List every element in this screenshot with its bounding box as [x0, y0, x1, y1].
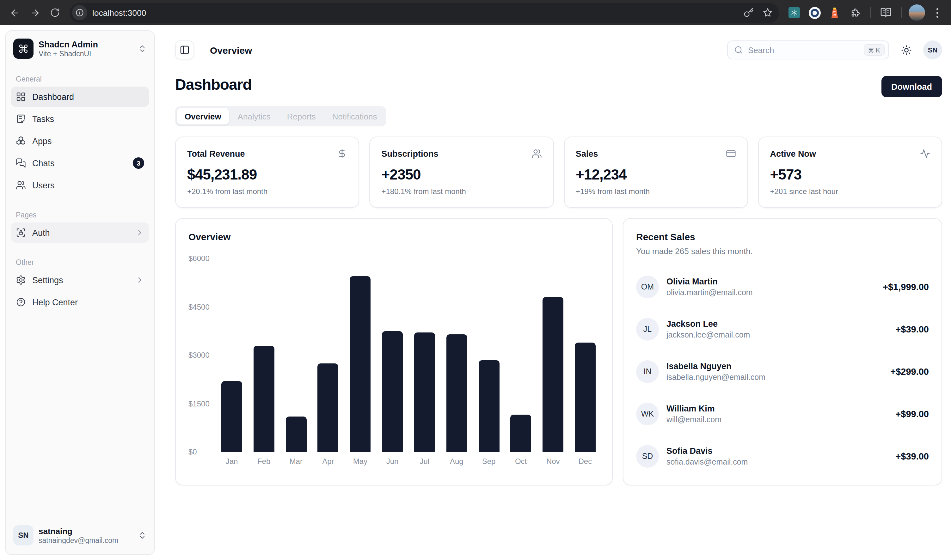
site-info-icon[interactable] [72, 5, 87, 20]
account-avatar-button[interactable]: SN [923, 40, 942, 59]
stat-value: $45,231.89 [187, 166, 347, 183]
team-subtitle: Vite + ShadcnUI [39, 50, 133, 57]
sale-row: SD Sofia Davis sofia.davis@email.com +$3… [636, 445, 929, 468]
user-meta: satnaing satnaingdev@gmail.com [39, 526, 118, 544]
search-icon [734, 46, 743, 54]
sidebar-user-menu[interactable]: SN satnaing satnaingdev@gmail.com [11, 522, 149, 549]
search-input[interactable]: Search K [727, 40, 889, 59]
extension-password-manager[interactable] [806, 4, 823, 22]
stat-card-total-revenue: Total Revenue $45,231.89 +20.1% from las… [175, 137, 359, 208]
sidebar-item-label: Users [32, 180, 55, 190]
tab-notifications[interactable]: Notifications [325, 108, 385, 125]
recent-sales-card: Recent Sales You made 265 sales this mon… [623, 218, 942, 485]
sidebar-item-label: Tasks [32, 114, 54, 123]
chevrons-up-down-icon [138, 531, 147, 540]
stat-cards: Total Revenue $45,231.89 +20.1% from las… [175, 137, 942, 208]
sidebar-item-users[interactable]: Users [11, 175, 149, 195]
puzzle-icon [849, 7, 860, 18]
asterisk-icon [791, 9, 798, 17]
download-button[interactable]: Download [881, 76, 942, 97]
chart-bar [414, 332, 435, 452]
tab-overview[interactable]: Overview [177, 108, 229, 125]
avatar: SD [636, 445, 659, 468]
sidebar-item-apps[interactable]: Apps [11, 131, 149, 151]
search-placeholder: Search [748, 45, 859, 55]
user-name: satnaing [39, 526, 118, 536]
sale-row: JL Jackson Lee jackson.lee@email.com +$3… [636, 318, 929, 341]
browser-profile-button[interactable] [908, 4, 926, 22]
info-icon [75, 8, 84, 17]
sale-name: William Kim [666, 404, 721, 413]
password-manager-icon [808, 7, 820, 18]
sale-row: WK William Kim will@email.com +$99.00 [636, 403, 929, 425]
sidebar-item-chats[interactable]: Chats 3 [11, 153, 149, 173]
breadcrumb: Overview [210, 45, 252, 55]
user-email: satnaingdev@gmail.com [39, 537, 118, 544]
sale-amount: +$39.00 [896, 451, 929, 462]
section-label-general: General [11, 75, 149, 83]
x-tick: Sep [478, 457, 499, 466]
scan-lock-icon [16, 228, 26, 238]
chart-bar [285, 417, 306, 452]
extension-teal[interactable] [785, 4, 803, 22]
sidebar-item-label: Help Center [32, 297, 78, 307]
x-tick: Apr [318, 457, 339, 466]
more-vertical-icon [936, 8, 938, 17]
y-tick: $0 [188, 448, 197, 456]
sidebar-toggle-button[interactable] [175, 40, 194, 59]
stat-title: Total Revenue [187, 149, 245, 158]
sale-email: isabella.nguyen@email.com [666, 373, 765, 382]
bookmark-star-icon[interactable] [763, 8, 773, 18]
theme-toggle-button[interactable] [897, 40, 916, 59]
arrow-right-icon [29, 7, 40, 18]
sidebar-item-tasks[interactable]: Tasks [11, 109, 149, 129]
tab-reports[interactable]: Reports [279, 108, 324, 125]
stat-value: +573 [770, 166, 931, 183]
profile-avatar [909, 5, 925, 21]
reading-list-button[interactable] [877, 4, 895, 22]
x-tick: Nov [543, 457, 563, 466]
y-tick: $1500 [188, 400, 210, 408]
team-meta: Shadcn Admin Vite + ShadcnUI [39, 40, 133, 57]
forward-button[interactable] [25, 3, 44, 22]
toolbar-divider [901, 7, 902, 18]
password-key-icon[interactable] [744, 8, 754, 18]
arrow-left-icon [9, 7, 20, 18]
star-icon [763, 8, 773, 18]
sidebar-item-help-center[interactable]: Help Center [11, 292, 149, 312]
sale-meta: Sofia Davis sofia.davis@email.com [666, 446, 748, 466]
tab-analytics[interactable]: Analytics [230, 108, 278, 125]
stat-delta: +20.1% from last month [187, 187, 347, 196]
layout-grid-icon [16, 92, 26, 102]
x-tick: Jun [382, 457, 403, 466]
sidebar-item-label: Apps [32, 136, 52, 146]
sidebar: Shadcn Admin Vite + ShadcnUI General Das… [5, 30, 155, 555]
panel-left-icon [180, 45, 190, 55]
sidebar-item-auth[interactable]: Auth [11, 223, 149, 243]
sidebar-item-label: Settings [32, 275, 63, 285]
avatar: WK [636, 403, 659, 425]
x-tick: Feb [254, 457, 274, 466]
key-icon [744, 8, 754, 18]
messages-icon [16, 158, 26, 168]
sidebar-item-dashboard[interactable]: Dashboard [11, 86, 149, 107]
title-row: Dashboard Download [175, 76, 942, 97]
address-bar[interactable]: localhost:3000 [69, 3, 779, 22]
main: Overview Search K SN Dashboard [160, 25, 951, 560]
extensions-row [785, 4, 946, 22]
extension-lighthouse[interactable] [826, 4, 843, 22]
browser-menu-button[interactable] [928, 4, 946, 22]
extensions-menu[interactable] [846, 4, 864, 22]
back-button[interactable] [5, 3, 24, 22]
recent-sales-title: Recent Sales [636, 231, 929, 242]
command-icon [868, 47, 874, 53]
sale-meta: Jackson Lee jackson.lee@email.com [666, 319, 750, 339]
stat-value: +2350 [382, 166, 542, 183]
reload-button[interactable] [46, 3, 65, 22]
team-switcher[interactable]: Shadcn Admin Vite + ShadcnUI [11, 36, 149, 61]
sidebar-item-settings[interactable]: Settings [11, 270, 149, 290]
sale-meta: Isabella Nguyen isabella.nguyen@email.co… [666, 362, 765, 382]
stat-delta: +201 since last hour [770, 187, 931, 196]
search-shortcut-kbd: K [864, 44, 885, 55]
shortcut-key: K [876, 46, 880, 54]
